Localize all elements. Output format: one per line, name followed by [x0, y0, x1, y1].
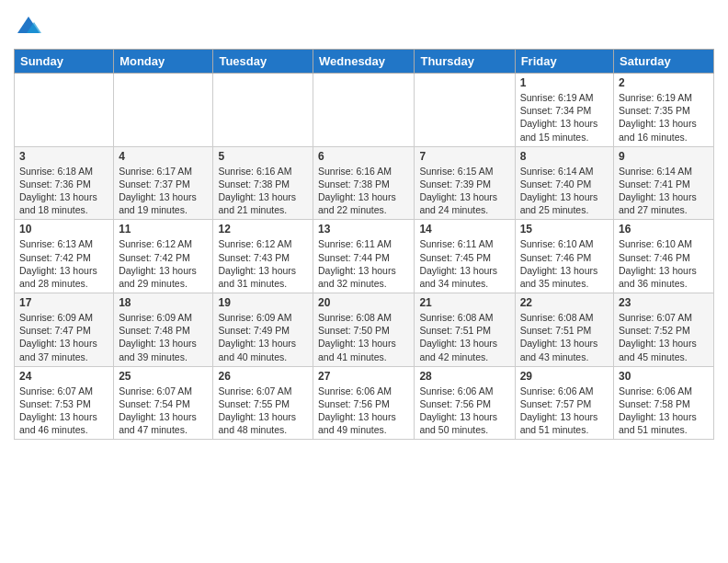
day-info: Daylight: 13 hours — [419, 264, 509, 277]
day-info: Sunset: 7:44 PM — [318, 251, 409, 264]
calendar-cell: 11Sunrise: 6:12 AMSunset: 7:42 PMDayligh… — [114, 220, 213, 293]
day-number: 18 — [119, 296, 208, 309]
day-info: Sunset: 7:56 PM — [419, 397, 509, 410]
day-number: 2 — [619, 76, 709, 89]
day-info: Sunrise: 6:14 AM — [619, 165, 709, 178]
day-info: Daylight: 13 hours — [119, 190, 208, 203]
day-number: 28 — [419, 370, 509, 383]
day-number: 30 — [619, 370, 709, 383]
day-info: and 21 minutes. — [218, 203, 308, 216]
day-number: 27 — [318, 370, 409, 383]
calendar-cell: 30Sunrise: 6:06 AMSunset: 7:58 PMDayligh… — [614, 366, 714, 440]
day-info: and 22 minutes. — [318, 203, 409, 216]
day-info: and 32 minutes. — [318, 277, 409, 290]
day-number: 24 — [19, 370, 108, 383]
day-info: Daylight: 13 hours — [520, 410, 609, 423]
day-number: 8 — [520, 150, 609, 163]
calendar-cell: 17Sunrise: 6:09 AMSunset: 7:47 PMDayligh… — [15, 293, 114, 367]
day-info: and 49 minutes. — [318, 423, 409, 436]
day-info: Daylight: 13 hours — [520, 264, 609, 277]
day-info: Sunset: 7:51 PM — [419, 324, 509, 337]
day-info: Daylight: 13 hours — [19, 337, 108, 350]
day-number: 16 — [619, 223, 709, 236]
day-info: Sunset: 7:34 PM — [520, 104, 609, 117]
day-info: Daylight: 13 hours — [318, 264, 409, 277]
calendar-cell: 14Sunrise: 6:11 AMSunset: 7:45 PMDayligh… — [415, 220, 515, 293]
calendar-cell: 20Sunrise: 6:08 AMSunset: 7:50 PMDayligh… — [313, 293, 415, 367]
day-number: 20 — [318, 296, 409, 309]
day-info: Daylight: 13 hours — [119, 410, 208, 423]
day-info: Sunrise: 6:08 AM — [318, 311, 409, 324]
day-info: Sunrise: 6:06 AM — [419, 385, 509, 397]
day-info: and 36 minutes. — [619, 277, 709, 290]
day-info: and 27 minutes. — [619, 203, 709, 216]
day-number: 21 — [419, 296, 509, 309]
day-info: Sunset: 7:42 PM — [19, 251, 108, 264]
day-info: Sunrise: 6:06 AM — [619, 385, 709, 397]
calendar-cell — [213, 74, 313, 147]
day-info: Sunrise: 6:08 AM — [520, 311, 609, 324]
day-number: 9 — [619, 150, 709, 163]
calendar-cell — [15, 74, 114, 147]
day-info: Sunrise: 6:12 AM — [119, 237, 208, 250]
weekday-header-monday: Monday — [114, 50, 213, 74]
calendar-cell: 1Sunrise: 6:19 AMSunset: 7:34 PMDaylight… — [515, 74, 613, 147]
day-info: Sunrise: 6:07 AM — [119, 385, 208, 397]
day-info: and 48 minutes. — [218, 423, 308, 436]
day-info: Sunrise: 6:09 AM — [218, 311, 308, 324]
day-info: and 28 minutes. — [19, 277, 108, 290]
day-number: 11 — [119, 223, 208, 236]
day-info: Sunrise: 6:10 AM — [520, 237, 609, 250]
day-info: Sunrise: 6:13 AM — [19, 237, 108, 250]
day-info: Sunrise: 6:07 AM — [619, 311, 709, 324]
day-info: and 50 minutes. — [419, 423, 509, 436]
calendar-cell: 27Sunrise: 6:06 AMSunset: 7:56 PMDayligh… — [313, 366, 415, 440]
day-info: and 45 minutes. — [619, 350, 709, 363]
day-info: Sunrise: 6:06 AM — [318, 385, 409, 397]
day-info: Daylight: 13 hours — [318, 410, 409, 423]
weekday-header-tuesday: Tuesday — [213, 50, 313, 74]
day-info: Daylight: 13 hours — [218, 190, 308, 203]
day-info: Sunset: 7:38 PM — [218, 178, 308, 190]
calendar-cell: 8Sunrise: 6:14 AMSunset: 7:40 PMDaylight… — [515, 146, 613, 220]
day-info: Daylight: 13 hours — [19, 190, 108, 203]
calendar-cell: 18Sunrise: 6:09 AMSunset: 7:48 PMDayligh… — [114, 293, 213, 367]
day-info: and 25 minutes. — [520, 203, 609, 216]
day-info: Sunrise: 6:14 AM — [520, 165, 609, 178]
calendar-cell: 10Sunrise: 6:13 AMSunset: 7:42 PMDayligh… — [15, 220, 114, 293]
day-info: Sunset: 7:46 PM — [520, 251, 609, 264]
day-info: Sunrise: 6:07 AM — [19, 385, 108, 397]
day-number: 19 — [218, 296, 308, 309]
calendar: SundayMondayTuesdayWednesdayThursdayFrid… — [14, 49, 714, 440]
day-info: Sunset: 7:43 PM — [218, 251, 308, 264]
day-info: Sunset: 7:53 PM — [19, 397, 108, 410]
day-number: 17 — [19, 296, 108, 309]
calendar-cell: 9Sunrise: 6:14 AMSunset: 7:41 PMDaylight… — [614, 146, 714, 220]
day-number: 4 — [119, 150, 208, 163]
day-info: and 24 minutes. — [419, 203, 509, 216]
day-info: Daylight: 13 hours — [520, 337, 609, 350]
day-info: Daylight: 13 hours — [619, 410, 709, 423]
day-info: and 29 minutes. — [119, 277, 208, 290]
day-info: Daylight: 13 hours — [318, 337, 409, 350]
day-info: Daylight: 13 hours — [19, 410, 108, 423]
day-info: Sunset: 7:52 PM — [619, 324, 709, 337]
calendar-cell — [415, 74, 515, 147]
day-info: Daylight: 13 hours — [218, 410, 308, 423]
day-info: Sunrise: 6:15 AM — [419, 165, 509, 178]
calendar-cell: 23Sunrise: 6:07 AMSunset: 7:52 PMDayligh… — [614, 293, 714, 367]
day-info: Sunset: 7:39 PM — [419, 178, 509, 190]
day-info: Sunrise: 6:19 AM — [619, 91, 709, 104]
day-number: 23 — [619, 296, 709, 309]
day-info: and 19 minutes. — [119, 203, 208, 216]
day-info: and 16 minutes. — [619, 131, 709, 144]
calendar-cell: 13Sunrise: 6:11 AMSunset: 7:44 PMDayligh… — [313, 220, 415, 293]
day-info: and 47 minutes. — [119, 423, 208, 436]
day-info: Sunrise: 6:11 AM — [318, 237, 409, 250]
calendar-cell: 29Sunrise: 6:06 AMSunset: 7:57 PMDayligh… — [515, 366, 613, 440]
day-number: 6 — [318, 150, 409, 163]
calendar-cell — [313, 74, 415, 147]
day-number: 12 — [218, 223, 308, 236]
day-info: Daylight: 13 hours — [419, 190, 509, 203]
weekday-header-friday: Friday — [515, 50, 613, 74]
